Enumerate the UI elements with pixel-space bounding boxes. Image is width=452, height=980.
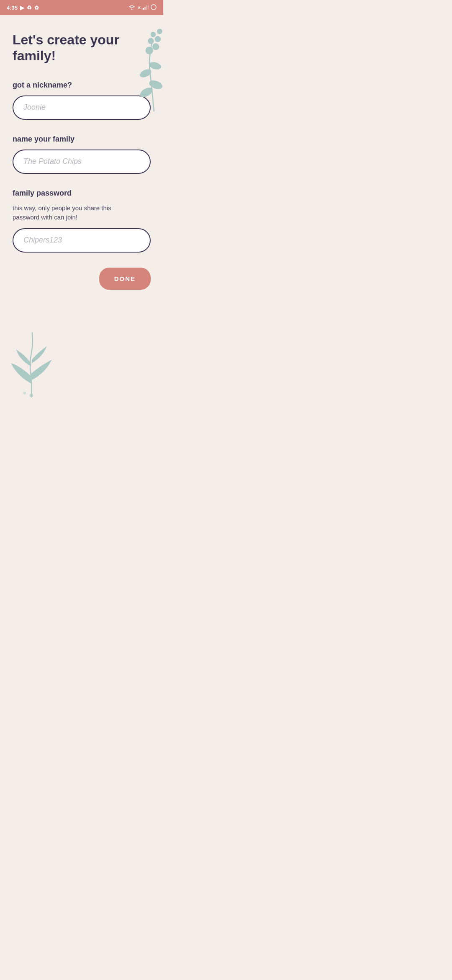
family-password-input[interactable]	[13, 228, 151, 253]
done-row: DONE	[13, 268, 151, 290]
nickname-label: got a nickname?	[13, 81, 151, 90]
nickname-input[interactable]	[13, 95, 151, 120]
svg-point-12	[155, 36, 161, 42]
svg-rect-3	[148, 5, 149, 10]
family-name-section: name your family	[13, 135, 151, 174]
recycle-icon-1: ♻	[27, 5, 32, 11]
svg-point-9	[146, 46, 153, 54]
svg-point-15	[30, 394, 33, 397]
signal-bars-icon	[143, 5, 149, 10]
family-password-label: family password	[13, 189, 151, 198]
svg-point-10	[152, 43, 159, 50]
svg-point-8	[148, 61, 162, 70]
status-right-icons: ✕	[128, 4, 157, 11]
main-content: Let's create your family! got a nickname…	[0, 15, 163, 399]
status-bar: 4:35 ▶ ♻ ✿ ✕	[0, 0, 163, 15]
password-description: this way, only people you share this pas…	[13, 204, 113, 222]
circle-indicator	[151, 4, 157, 11]
status-time: 4:35	[7, 5, 18, 11]
svg-rect-0	[143, 8, 144, 10]
family-password-section: family password this way, only people yo…	[13, 189, 151, 253]
svg-point-13	[151, 32, 156, 37]
svg-point-4	[151, 5, 156, 10]
video-icon: ▶	[20, 5, 24, 11]
done-button[interactable]: DONE	[99, 268, 151, 290]
bottom-spacer	[13, 315, 151, 382]
svg-rect-2	[146, 5, 147, 10]
family-name-label: name your family	[13, 135, 151, 144]
page-title: Let's create your family!	[13, 32, 121, 64]
svg-point-16	[23, 392, 26, 395]
wifi-icon	[128, 5, 135, 10]
svg-point-7	[139, 68, 152, 79]
svg-point-14	[157, 29, 162, 34]
signal-x-icon: ✕	[137, 5, 141, 10]
svg-rect-1	[144, 7, 146, 10]
family-name-input[interactable]	[13, 150, 151, 174]
status-left: 4:35 ▶ ♻ ✿	[7, 5, 39, 11]
svg-point-11	[148, 38, 154, 44]
recycle-icon-2: ✿	[34, 5, 39, 11]
nickname-section: got a nickname?	[13, 81, 151, 120]
